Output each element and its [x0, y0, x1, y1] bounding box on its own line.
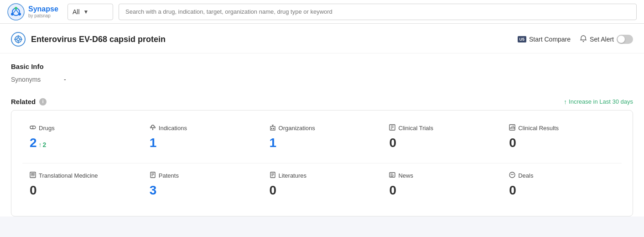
clinical-trials-icon — [389, 124, 395, 132]
card-value-row: 0 — [30, 183, 135, 198]
card-translational-medicine[interactable]: Translational Medicine 0 — [22, 167, 142, 207]
alert-toggle[interactable] — [617, 35, 633, 44]
card-label-row: Indications — [150, 124, 255, 132]
synonyms-label: Synonyms — [11, 76, 57, 83]
card-value: 1 — [150, 136, 157, 150]
card-label-row: News — [389, 172, 494, 179]
title-actions: U5 Start Compare Set Alert — [518, 35, 633, 44]
title-row: Enterovirus EV-D68 capsid protein U5 Sta… — [0, 24, 644, 53]
deals-icon — [509, 172, 515, 179]
target-icon — [11, 32, 26, 47]
card-value-row: 1 — [270, 136, 375, 150]
synapse-logo-icon — [7, 3, 25, 21]
card-value-row: 1 — [150, 136, 255, 150]
card-label-row: Deals — [509, 172, 614, 179]
svg-rect-22 — [271, 128, 272, 129]
set-alert-button[interactable]: Set Alert — [580, 35, 633, 44]
logo-text: Synapse by patsnap — [28, 5, 58, 19]
patents-icon — [150, 172, 156, 179]
card-value: 0 — [389, 183, 396, 197]
card-value-row: 0 — [270, 183, 375, 198]
clinical-results-icon — [509, 124, 515, 132]
card-label-row: Translational Medicine — [30, 172, 135, 179]
card-news[interactable]: News 0 — [382, 167, 502, 207]
svg-point-51 — [509, 172, 515, 178]
literatures-icon — [270, 172, 276, 179]
card-value: 0 — [509, 136, 516, 150]
card-label: Literatures — [279, 172, 306, 179]
card-label: Drugs — [39, 125, 55, 132]
card-value: 0 — [30, 183, 37, 197]
card-value-row: 0 — [389, 183, 494, 198]
card-label: Clinical Trials — [398, 125, 433, 132]
svg-rect-23 — [273, 128, 274, 129]
card-label: Patents — [159, 172, 179, 179]
synonyms-row: Synonyms - — [11, 76, 633, 83]
page-title: Enterovirus EV-D68 capsid protein — [31, 35, 166, 44]
card-patents[interactable]: Patents 3 — [142, 167, 262, 207]
card-drugs[interactable]: Drugs 2 ↑2 — [22, 120, 142, 159]
translational-medicine-icon — [30, 172, 36, 179]
card-label-row: Patents — [150, 172, 255, 179]
title-left: Enterovirus EV-D68 capsid protein — [11, 32, 166, 47]
card-clinical-results[interactable]: Clinical Results 0 — [502, 120, 622, 159]
info-icon[interactable]: i — [39, 98, 47, 105]
basic-info-section: Basic Info Synonyms - — [0, 53, 644, 92]
card-deals[interactable]: Deals 0 — [502, 167, 622, 207]
cards-row-2: Translational Medicine 0 Patents 3 — [22, 167, 622, 207]
svg-point-2 — [15, 7, 17, 10]
svg-point-36 — [31, 174, 33, 175]
bell-icon — [580, 35, 587, 44]
card-value-row: 2 ↑2 — [30, 136, 135, 150]
card-organizations[interactable]: Organizations 1 — [262, 120, 382, 159]
main-content: Enterovirus EV-D68 capsid protein U5 Sta… — [0, 24, 644, 216]
card-label-row: Literatures — [270, 172, 375, 179]
svg-point-18 — [154, 127, 155, 128]
search-input[interactable] — [119, 4, 637, 20]
logo-area: Synapse by patsnap — [7, 3, 62, 21]
related-title: Related — [11, 98, 36, 105]
card-label: Clinical Results — [518, 125, 559, 132]
increase-note: ↑ Increase in Last 30 days — [564, 98, 633, 105]
increase-label: Increase in Last 30 days — [569, 98, 633, 105]
card-value: 0 — [270, 183, 277, 197]
dropdown-value: All — [73, 8, 80, 16]
card-value-row: 3 — [150, 183, 255, 198]
related-cards-container: Drugs 2 ↑2 Indications 1 Organi — [11, 110, 633, 216]
card-value: 2 — [30, 136, 37, 150]
card-indications[interactable]: Indications 1 — [142, 120, 262, 159]
start-compare-button[interactable]: U5 Start Compare — [518, 36, 571, 43]
basic-info-title: Basic Info — [11, 63, 633, 70]
card-label: Translational Medicine — [39, 172, 98, 179]
card-value: 3 — [150, 183, 157, 197]
card-label-row: Drugs — [30, 124, 135, 132]
card-value-row: 0 — [509, 136, 614, 150]
card-value: 0 — [389, 136, 396, 150]
alert-btn-label: Set Alert — [590, 36, 614, 43]
svg-point-17 — [150, 127, 151, 128]
synonyms-value: - — [64, 76, 66, 83]
indications-icon — [150, 124, 156, 132]
card-label-row: Clinical Trials — [389, 124, 494, 132]
increase-arrow-icon: ↑ — [564, 98, 567, 105]
toggle-knob — [618, 36, 625, 43]
card-label: News — [398, 172, 413, 179]
card-value-row: 0 — [389, 136, 494, 150]
main-header: Synapse by patsnap All ▼ — [0, 0, 644, 24]
category-dropdown[interactable]: All ▼ — [68, 4, 113, 20]
logo-sub: by patsnap — [28, 13, 58, 19]
svg-rect-13 — [583, 41, 584, 42]
svg-point-8 — [17, 38, 20, 41]
card-label: Indications — [159, 125, 187, 132]
logo-name: Synapse — [28, 5, 58, 13]
card-clinical-trials[interactable]: Clinical Trials 0 — [382, 120, 502, 159]
increase-arrow-icon: ↑ — [38, 141, 42, 148]
card-literatures[interactable]: Literatures 0 — [262, 167, 382, 207]
card-label: Deals — [518, 172, 533, 179]
card-label-row: Organizations — [270, 124, 375, 132]
compare-btn-label: Start Compare — [529, 36, 571, 43]
card-label: Organizations — [279, 125, 315, 132]
card-value: 1 — [270, 136, 277, 150]
svg-point-0 — [8, 4, 24, 20]
news-icon — [389, 172, 395, 179]
